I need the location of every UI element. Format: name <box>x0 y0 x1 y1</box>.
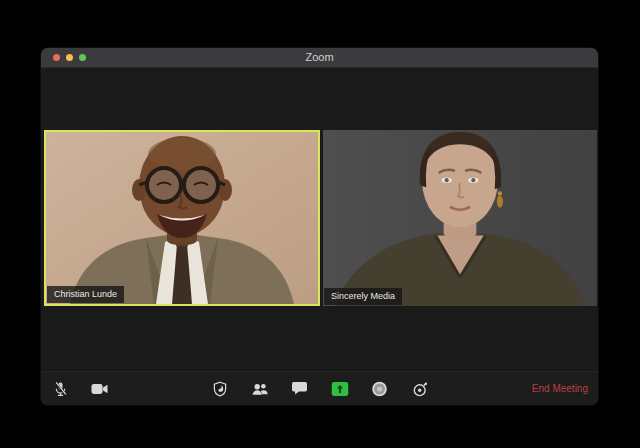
window-title: Zoom <box>41 48 598 67</box>
record-icon <box>372 381 388 397</box>
security-button[interactable] <box>211 380 228 397</box>
chat-bubble-icon <box>292 381 308 396</box>
stop-video-button[interactable] <box>91 380 108 397</box>
shield-icon <box>212 381 227 397</box>
toolbar-center-group <box>211 372 428 405</box>
record-button[interactable] <box>371 380 388 397</box>
video-camera-icon <box>91 383 108 395</box>
close-window-button[interactable] <box>53 54 60 61</box>
meeting-toolbar: End Meeting <box>41 371 598 405</box>
video-grid: Christian Lunde <box>41 130 598 306</box>
fullscreen-window-button[interactable] <box>79 54 86 61</box>
minimize-window-button[interactable] <box>66 54 73 61</box>
chat-button[interactable] <box>291 380 308 397</box>
end-meeting-button[interactable]: End Meeting <box>532 372 588 405</box>
participant-video-feed <box>323 130 597 306</box>
screen-background: Zoom <box>0 0 640 448</box>
video-tile[interactable]: Sincerely Media <box>323 130 597 306</box>
toolbar-left-group <box>52 372 108 405</box>
participant-name-label: Sincerely Media <box>324 288 402 305</box>
zoom-window: Zoom <box>41 48 598 405</box>
traffic-lights <box>53 48 86 67</box>
participants-icon <box>251 382 268 396</box>
stopwatch-icon <box>412 381 427 397</box>
participant-video-feed <box>46 132 318 304</box>
share-screen-icon <box>331 382 348 396</box>
participants-button[interactable] <box>251 380 268 397</box>
video-tile-active-speaker[interactable]: Christian Lunde <box>44 130 320 306</box>
mute-button[interactable] <box>52 380 69 397</box>
microphone-muted-icon <box>53 381 68 397</box>
share-screen-button[interactable] <box>331 380 348 397</box>
titlebar: Zoom <box>41 48 598 68</box>
participant-name-label: Christian Lunde <box>47 286 124 303</box>
timer-button[interactable] <box>411 380 428 397</box>
